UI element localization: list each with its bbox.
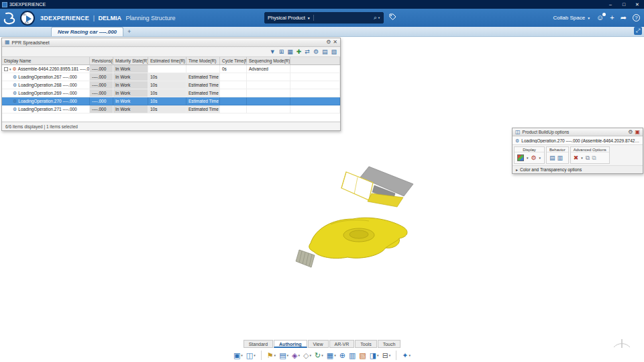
- column-header[interactable]: Cycle Time(R): [220, 57, 247, 64]
- cell-estimated[interactable]: [148, 65, 186, 73]
- cell-maturity[interactable]: In Work: [113, 105, 148, 113]
- assembly-structure-icon[interactable]: ◫▾: [246, 351, 256, 359]
- search-icon[interactable]: ⌕▼: [374, 14, 383, 21]
- panel-settings-icon[interactable]: ⚙: [326, 40, 331, 45]
- chevron-down-icon[interactable]: ▾: [299, 353, 301, 357]
- column-header[interactable]: Estimated time(R): [148, 57, 186, 64]
- cell-estimated[interactable]: 10s: [148, 81, 186, 89]
- cell-maturity[interactable]: In Work: [113, 73, 148, 81]
- cell-estimated[interactable]: 10s: [148, 89, 186, 97]
- more-tools-icon[interactable]: ✦▾: [402, 351, 411, 359]
- tab-touch[interactable]: Touch: [378, 340, 401, 348]
- panel-options-icon[interactable]: ▣: [635, 130, 640, 135]
- insert-product-icon[interactable]: ▣▾: [233, 351, 243, 359]
- minimize-button[interactable]: –: [604, 0, 617, 9]
- cell-revision[interactable]: ----.000: [90, 65, 113, 73]
- link-operations-icon[interactable]: ◈▾: [292, 351, 300, 359]
- create-marker-icon[interactable]: ⚑▾: [267, 351, 276, 359]
- color-transparency-expander[interactable]: ▸ Color and Transparency options: [513, 165, 643, 173]
- balance-icon[interactable]: ▧: [359, 351, 366, 359]
- ppr-panel-header[interactable]: ▦ PPR Spreadsheet ⚙ ✕: [2, 38, 340, 47]
- row-checkbox[interactable]: [4, 67, 8, 71]
- behavior-snap-icon[interactable]: ▥: [557, 154, 564, 161]
- tab-standard[interactable]: Standard: [244, 340, 273, 348]
- 3ds-logo[interactable]: [2, 11, 18, 26]
- copy-option-icon[interactable]: ⧉: [586, 154, 590, 161]
- cell-maturity[interactable]: In Work: [113, 65, 148, 73]
- expand-caret-icon[interactable]: ▾: [9, 65, 11, 73]
- column-header[interactable]: Display Name: [2, 57, 90, 64]
- cell-estimated[interactable]: 10s: [148, 105, 186, 113]
- work-instructions-icon[interactable]: ▤▾: [279, 351, 288, 359]
- time-analysis-icon[interactable]: ▦▾: [327, 351, 336, 359]
- fullscreen-icon[interactable]: ⤢: [634, 27, 642, 35]
- cell-estimated[interactable]: 10s: [148, 73, 186, 81]
- cell-revision[interactable]: ----.000: [90, 81, 113, 89]
- cell-maturity[interactable]: In Work: [113, 89, 148, 97]
- display-modes-icon[interactable]: ⊟▾: [382, 351, 391, 359]
- update-status-icon[interactable]: ↻▾: [315, 351, 323, 359]
- table-row[interactable]: ⚙LoadingOperation.270 ----.000----.000In…: [2, 97, 340, 105]
- table-panel-icon[interactable]: ◨▾: [370, 351, 379, 359]
- cell-sequencing[interactable]: [247, 73, 290, 81]
- cell-time_mode[interactable]: Estimated Time: [186, 97, 220, 105]
- tab-view[interactable]: View: [308, 340, 329, 348]
- cell-time_mode[interactable]: Estimated Time: [186, 89, 220, 97]
- chevron-down-icon[interactable]: ▾: [310, 353, 312, 357]
- chevron-down-icon[interactable]: ▾: [287, 353, 289, 357]
- cell-revision[interactable]: ----.000: [90, 89, 113, 97]
- chevron-down-icon[interactable]: ▾: [241, 353, 243, 357]
- compass-icon[interactable]: 3D 6,8: [20, 11, 35, 26]
- chevron-down-icon[interactable]: ▾: [274, 353, 276, 357]
- help-icon[interactable]: ?: [633, 14, 640, 21]
- column-header[interactable]: Maturity State(R): [113, 57, 148, 64]
- table-row[interactable]: ⚙LoadingOperation.267 ----.000----.000In…: [2, 73, 340, 81]
- cell-sequencing[interactable]: [247, 105, 290, 113]
- cell-revision[interactable]: ----.000: [90, 73, 113, 81]
- chevron-down-icon[interactable]: ▾: [377, 353, 379, 357]
- cell-maturity[interactable]: In Work: [113, 81, 148, 89]
- tab-ar-vr[interactable]: AR-VR: [329, 340, 355, 348]
- panel-pin-icon[interactable]: ⚙: [628, 130, 633, 135]
- cell-cycle[interactable]: [220, 105, 247, 113]
- table-row[interactable]: ⚙LoadingOperation.271 ----.000----.000In…: [2, 105, 340, 114]
- cell-estimated[interactable]: 10s: [148, 97, 186, 105]
- tag-icon[interactable]: [389, 13, 396, 21]
- cell-sequencing[interactable]: Advanced: [247, 65, 290, 73]
- table-row[interactable]: ⚙LoadingOperation.268 ----.000----.000In…: [2, 81, 340, 89]
- cell-cycle[interactable]: [220, 89, 247, 97]
- export-icon[interactable]: ▧: [331, 48, 337, 55]
- paste-option-icon[interactable]: ⧉: [592, 154, 596, 161]
- maximize-button[interactable]: □: [617, 0, 631, 9]
- cell-revision[interactable]: ----.000: [90, 105, 113, 113]
- search-input[interactable]: [314, 15, 374, 21]
- table-settings-icon[interactable]: ⚙: [313, 48, 319, 55]
- user-profile-icon[interactable]: ☺: [596, 14, 604, 21]
- add-table-icon[interactable]: ⊞: [279, 48, 284, 55]
- cell-time_mode[interactable]: Estimated Time: [186, 81, 220, 89]
- filter-icon[interactable]: ▼: [270, 48, 276, 55]
- collab-space-dropdown[interactable]: Collab Space ▼: [553, 15, 591, 21]
- document-tab[interactable]: New Racing car ----.000: [51, 27, 123, 36]
- cell-sequencing[interactable]: [247, 81, 290, 89]
- table-icon[interactable]: ▦: [287, 48, 293, 55]
- chevron-down-icon[interactable]: ▾: [321, 353, 323, 357]
- add-app-button[interactable]: +: [610, 14, 614, 21]
- table-row[interactable]: ▾⚙Assemble-6464.2260.8955.181 ----.000--…: [2, 65, 340, 73]
- column-header[interactable]: Time Mode(R): [186, 57, 220, 64]
- gantt-icon[interactable]: ▥: [349, 351, 356, 359]
- cell-cycle[interactable]: [220, 73, 247, 81]
- cell-maturity[interactable]: In Work: [113, 97, 148, 105]
- chevron-down-icon[interactable]: ▾: [389, 353, 391, 357]
- chevron-down-icon[interactable]: ▼: [580, 156, 583, 160]
- cell-cycle[interactable]: [220, 97, 247, 105]
- cell-revision[interactable]: ----.000: [90, 97, 113, 105]
- tab-authoring[interactable]: Authoring: [274, 340, 307, 348]
- chevron-down-icon[interactable]: ▾: [254, 353, 256, 357]
- cell-sequencing[interactable]: [247, 89, 290, 97]
- new-tab-button[interactable]: +: [127, 27, 131, 36]
- share-icon[interactable]: ➦: [621, 14, 627, 21]
- table-row[interactable]: ⚙LoadingOperation.269 ----.000----.000In…: [2, 89, 340, 97]
- cell-time_mode[interactable]: [186, 65, 220, 73]
- visibility-gear-icon[interactable]: ⚙: [531, 154, 536, 161]
